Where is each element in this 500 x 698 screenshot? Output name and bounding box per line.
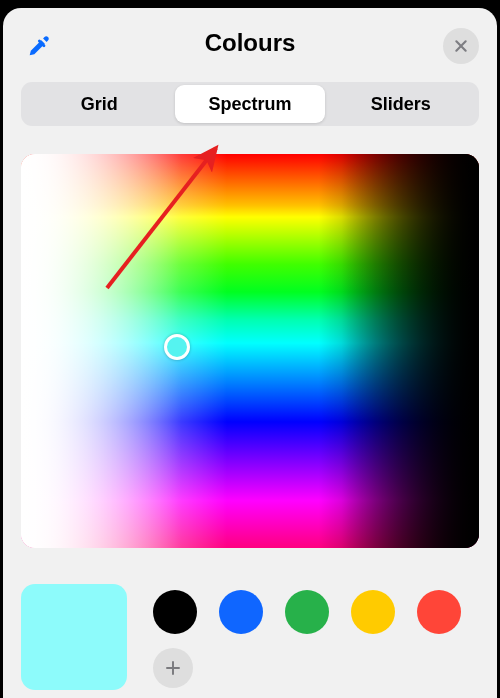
header: Colours [3, 8, 497, 78]
view-mode-segmented[interactable]: Grid Spectrum Sliders [21, 82, 479, 126]
preset-yellow[interactable] [351, 590, 395, 634]
tab-label: Grid [81, 94, 118, 115]
eyedropper-icon [25, 32, 53, 60]
current-color-swatch[interactable] [21, 584, 127, 690]
plus-icon [164, 659, 182, 677]
preset-red[interactable] [417, 590, 461, 634]
preset-green[interactable] [285, 590, 329, 634]
tab-label: Spectrum [208, 94, 291, 115]
close-button[interactable] [443, 28, 479, 64]
preset-black[interactable] [153, 590, 197, 634]
add-preset-button[interactable] [153, 648, 193, 688]
close-icon [453, 38, 469, 54]
preset-blue[interactable] [219, 590, 263, 634]
footer [3, 574, 497, 698]
color-picker-panel: Colours Grid Spectrum Sliders [3, 8, 497, 698]
tab-spectrum[interactable]: Spectrum [175, 85, 326, 123]
tab-label: Sliders [371, 94, 431, 115]
tab-grid[interactable]: Grid [24, 85, 175, 123]
spectrum-black-overlay [21, 154, 479, 548]
preset-row [153, 590, 461, 634]
spectrum-area[interactable] [21, 154, 479, 548]
panel-title: Colours [205, 29, 296, 57]
eyedropper-button[interactable] [23, 30, 55, 62]
spectrum-loupe[interactable] [164, 334, 190, 360]
tab-sliders[interactable]: Sliders [325, 85, 476, 123]
